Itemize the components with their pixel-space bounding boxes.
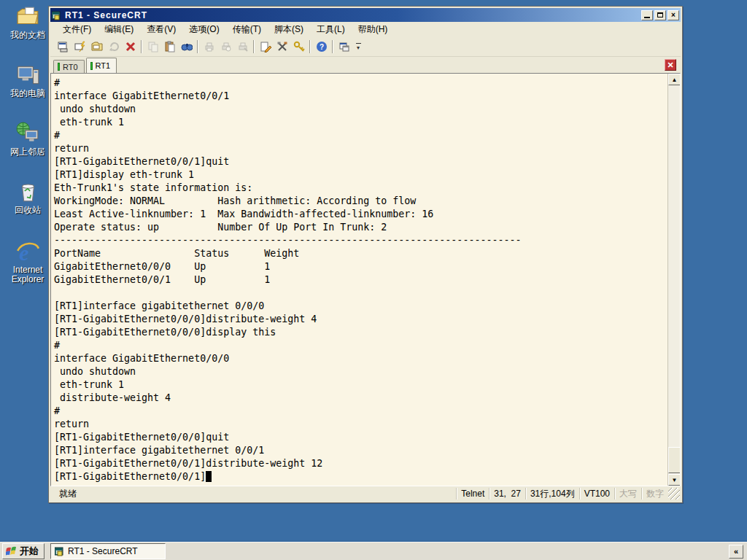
toolbar: ?▾ — [50, 37, 681, 57]
print-icon — [201, 39, 217, 55]
connect-in-tab-icon[interactable] — [88, 39, 105, 55]
connect-icon[interactable] — [55, 39, 71, 55]
desktop-icon-internet-explorer[interactable]: eInternet Explorer — [1, 239, 54, 284]
terminal-frame: # interface GigabitEthernet0/0/1 undo sh… — [50, 73, 681, 486]
toolbar-overflow-button[interactable]: ▾ — [354, 39, 363, 55]
status-terminal-size: 31行,104列 — [525, 488, 579, 499]
desktop-icon-my-computer[interactable]: 我的电脑 — [1, 63, 54, 98]
my-documents-icon — [15, 4, 40, 29]
menu-e[interactable]: 编辑(E) — [98, 22, 140, 37]
minimize-button[interactable] — [641, 10, 653, 20]
desktop-icon-network-places[interactable]: 网上邻居 — [1, 121, 54, 157]
toolbar-separator — [253, 40, 255, 53]
toolbar-separator — [309, 40, 311, 53]
session-manager-icon[interactable] — [336, 39, 352, 55]
print-preview-icon — [217, 39, 234, 55]
desktop-icon-label: 回收站 — [1, 206, 54, 215]
menu-f[interactable]: 文件(F) — [56, 22, 98, 37]
session-tab-label: RT1 — [96, 61, 111, 70]
find-icon[interactable] — [178, 39, 195, 55]
my-computer-icon — [15, 63, 40, 88]
terminal-text: # interface GigabitEthernet0/0/1 undo sh… — [51, 74, 667, 483]
toolbar-separator — [332, 40, 333, 53]
securecrt-window: RT1 - SecureCRT × 文件(F)编辑(E)查看(V)选项(O)传输… — [48, 6, 683, 503]
vertical-scrollbar[interactable]: ▲ ▼ — [667, 74, 680, 486]
desktop: 我的文档我的电脑网上邻居回收站eInternet Explorer RT1 - … — [0, 0, 747, 560]
menu-bar: 文件(F)编辑(E)查看(V)选项(O)传输(T)脚本(S)工具(L)帮助(H) — [50, 22, 681, 37]
terminal-screen[interactable]: # interface GigabitEthernet0/0/1 undo sh… — [51, 74, 667, 486]
session-tab-label: RT0 — [63, 63, 78, 71]
taskbar-task-securecrt[interactable]: RT1 - SecureCRT — [50, 543, 166, 559]
title-bar[interactable]: RT1 - SecureCRT × — [50, 8, 681, 22]
svg-text:?: ? — [319, 43, 323, 51]
print-setup-icon — [234, 39, 251, 55]
recycle-bin-icon — [15, 179, 40, 204]
start-label: 开始 — [20, 545, 39, 558]
session-tab-rt0[interactable]: RT0 — [53, 60, 85, 73]
session-connected-indicator — [90, 62, 93, 70]
paste-icon[interactable] — [161, 39, 178, 55]
resize-grip[interactable] — [668, 488, 680, 499]
taskbar: 开始 RT1 - SecureCRT « — [0, 540, 747, 560]
network-places-icon — [15, 121, 40, 146]
menu-s[interactable]: 脚本(S) — [268, 22, 310, 37]
toolbar-separator — [141, 40, 142, 53]
start-button[interactable]: 开始 — [2, 543, 44, 559]
session-connected-indicator — [58, 63, 60, 71]
windows-logo-icon — [6, 545, 18, 557]
securecrt-app-icon — [52, 10, 62, 20]
desktop-icon-label: 我的文档 — [1, 31, 54, 40]
global-options-icon[interactable] — [274, 39, 290, 55]
reconnect-icon — [105, 39, 122, 55]
status-protocol: Telnet — [456, 488, 489, 499]
window-title: RT1 - SecureCRT — [65, 10, 640, 20]
quick-connect-icon[interactable] — [71, 39, 88, 55]
status-emulation: VT100 — [579, 488, 614, 499]
task-label: RT1 - SecureCRT — [68, 546, 138, 556]
keymap-icon[interactable] — [290, 39, 307, 55]
maximize-button[interactable] — [654, 10, 666, 20]
session-tab-bar: RT0RT1✕ — [50, 57, 681, 73]
tray-collapse-button[interactable]: « — [729, 545, 743, 559]
status-caps-lock: 大写 — [614, 488, 641, 499]
terminal-cursor — [206, 471, 212, 482]
scroll-down-icon[interactable]: ▼ — [668, 474, 681, 486]
desktop-icon-label: Internet Explorer — [1, 265, 54, 284]
help-icon[interactable]: ? — [313, 39, 330, 55]
desktop-icon-my-documents[interactable]: 我的文档 — [1, 4, 54, 40]
securecrt-task-icon — [55, 546, 65, 556]
scrollbar-thumb[interactable] — [668, 447, 681, 473]
desktop-icon-recycle-bin[interactable]: 回收站 — [1, 179, 54, 215]
menu-t[interactable]: 传输(T) — [226, 22, 268, 37]
scroll-up-icon[interactable]: ▲ — [668, 74, 681, 85]
disconnect-icon[interactable] — [122, 39, 139, 55]
menu-h[interactable]: 帮助(H) — [352, 22, 395, 37]
close-button[interactable]: × — [667, 10, 679, 20]
session-tab-rt1[interactable]: RT1 — [86, 58, 117, 73]
menu-l[interactable]: 工具(L) — [310, 22, 352, 37]
status-ready: 就绪 — [55, 488, 456, 499]
internet-explorer-icon: e — [15, 239, 40, 264]
close-session-icon[interactable]: ✕ — [665, 59, 676, 71]
status-cursor-position: 31, 27 — [489, 488, 525, 499]
status-bar: 就绪 Telnet 31, 27 31行,104列 VT100 大写 数字 — [50, 486, 681, 501]
copy-icon — [144, 39, 161, 55]
status-num-lock: 数字 — [641, 488, 668, 499]
menu-v[interactable]: 查看(V) — [140, 22, 182, 37]
menu-o[interactable]: 选项(O) — [182, 22, 225, 37]
session-options-icon[interactable] — [257, 39, 274, 55]
desktop-icon-label: 我的电脑 — [1, 89, 54, 98]
desktop-icon-label: 网上邻居 — [1, 147, 54, 157]
toolbar-separator — [197, 40, 198, 53]
